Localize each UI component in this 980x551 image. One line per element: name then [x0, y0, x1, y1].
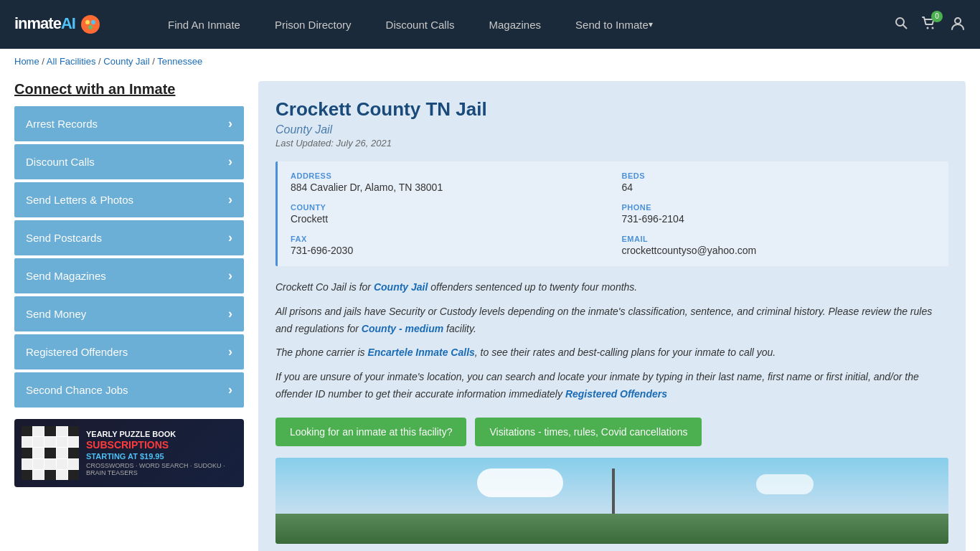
sidebar-item-send-letters[interactable]: Send Letters & Photos ›	[14, 182, 244, 217]
beds-value: 64	[622, 182, 939, 193]
county-label: COUNTY	[291, 203, 608, 212]
info-fax: FAX 731-696-2030	[291, 235, 608, 256]
svg-point-7	[932, 27, 934, 29]
info-section: ADDRESS 884 Cavalier Dr, Alamo, TN 38001…	[275, 161, 948, 266]
facility-title: Crockett County TN Jail	[275, 98, 948, 121]
visitations-button[interactable]: Visitations - times, rules, Covid cancel…	[475, 418, 702, 446]
email-value: crockettcountyso@yahoo.com	[622, 245, 939, 256]
ad-line1: YEARLY PUZZLE BOOK	[86, 430, 237, 438]
desc-2: All prisons and jails have Security or C…	[275, 303, 948, 338]
logo[interactable]: inmateAI	[14, 14, 129, 34]
breadcrumb-state[interactable]: Tennessee	[157, 56, 202, 67]
sidebar-item-send-postcards[interactable]: Send Postcards ›	[14, 220, 244, 255]
breadcrumb-county-jail[interactable]: County Jail	[103, 56, 149, 67]
sidebar-item-discount-calls[interactable]: Discount Calls ›	[14, 144, 244, 179]
nav-prison-directory[interactable]: Prison Directory	[258, 0, 369, 49]
ad-line3: STARTING AT $19.95	[86, 452, 237, 461]
sidebar-arrow-6: ›	[228, 344, 232, 359]
sidebar-arrow-0: ›	[228, 116, 232, 131]
nav-magazines[interactable]: Magazines	[471, 0, 558, 49]
svg-point-1	[85, 20, 90, 24]
info-phone: PHONE 731-696-2104	[622, 203, 939, 225]
fax-label: FAX	[291, 235, 608, 243]
county-value: Crockett	[291, 213, 608, 225]
breadcrumb-home[interactable]: Home	[14, 56, 39, 67]
facility-photo	[275, 458, 948, 544]
sidebar-item-arrest-records[interactable]: Arrest Records ›	[14, 106, 244, 141]
nav-discount-calls[interactable]: Discount Calls	[369, 0, 472, 49]
sidebar-arrow-3: ›	[228, 230, 232, 245]
nav-find-inmate[interactable]: Find An Inmate	[151, 0, 258, 49]
search-icon[interactable]	[894, 16, 908, 34]
photo-ground	[275, 514, 948, 544]
sidebar-ad[interactable]: YEARLY PUZZLE BOOK SUBSCRIPTIONS STARTIN…	[14, 419, 244, 487]
svg-point-0	[81, 15, 100, 34]
facility-updated: Last Updated: July 26, 2021	[275, 138, 948, 149]
link-registered-offenders[interactable]: Registered Offenders	[565, 388, 667, 400]
facility-subtitle: County Jail	[275, 123, 948, 136]
desc-3: The phone carrier is Encartele Inmate Ca…	[275, 344, 948, 362]
breadcrumb: Home / All Facilities / County Jail / Te…	[0, 49, 980, 74]
cart-badge: 0	[931, 11, 943, 22]
svg-point-3	[88, 25, 93, 29]
header-icons: 0	[894, 15, 966, 34]
cloud-2	[756, 474, 814, 494]
main-container: Connect with an Inmate Arrest Records › …	[0, 74, 980, 551]
sidebar-arrow-4: ›	[228, 268, 232, 283]
email-label: EMAIL	[622, 235, 939, 243]
cart-icon[interactable]: 0	[921, 15, 937, 34]
fax-value: 731-696-2030	[291, 245, 608, 256]
looking-for-inmate-button[interactable]: Looking for an inmate at this facility?	[275, 418, 466, 446]
desc-1: Crockett Co Jail is for County Jail offe…	[275, 279, 948, 296]
sidebar-arrow-7: ›	[228, 382, 232, 397]
user-icon[interactable]	[950, 15, 966, 34]
address-label: ADDRESS	[291, 171, 608, 180]
info-email: EMAIL crockettcountyso@yahoo.com	[622, 235, 939, 256]
svg-point-2	[91, 20, 95, 24]
info-address: ADDRESS 884 Cavalier Dr, Alamo, TN 38001	[291, 171, 608, 193]
sidebar-item-registered-offenders[interactable]: Registered Offenders ›	[14, 334, 244, 369]
logo-inmate-text: inmate	[14, 14, 61, 32]
action-buttons: Looking for an inmate at this facility? …	[275, 418, 948, 446]
sidebar-arrow-5: ›	[228, 306, 232, 321]
svg-point-4	[896, 18, 904, 26]
link-encartele[interactable]: Encartele Inmate Calls	[367, 347, 474, 358]
breadcrumb-all-facilities[interactable]: All Facilities	[47, 56, 96, 67]
phone-label: PHONE	[622, 203, 939, 212]
cloud-1	[477, 468, 563, 497]
sidebar-item-send-magazines[interactable]: Send Magazines ›	[14, 258, 244, 293]
ad-line2: SUBSCRIPTIONS	[86, 440, 237, 451]
sidebar-menu: Arrest Records › Discount Calls › Send L…	[14, 106, 244, 408]
ad-text: YEARLY PUZZLE BOOK SUBSCRIPTIONS STARTIN…	[86, 430, 237, 476]
photo-sky	[275, 458, 948, 514]
info-grid: ADDRESS 884 Cavalier Dr, Alamo, TN 38001…	[291, 171, 938, 256]
sidebar-arrow-2: ›	[228, 192, 232, 207]
sidebar-item-second-chance-jobs[interactable]: Second Chance Jobs ›	[14, 372, 244, 408]
beds-label: BEDS	[622, 171, 939, 180]
nav-send-to-inmate[interactable]: Send to Inmate	[558, 0, 670, 49]
phone-value: 731-696-2104	[622, 213, 939, 225]
desc-4: If you are unsure of your inmate's locat…	[275, 369, 948, 403]
facility-content: Crockett County TN Jail County Jail Last…	[258, 81, 966, 551]
ad-line4: CROSSWORDS · WORD SEARCH · SUDOKU · BRAI…	[86, 462, 237, 476]
info-county: COUNTY Crockett	[291, 203, 608, 225]
svg-point-8	[955, 18, 961, 24]
info-beds: BEDS 64	[622, 171, 939, 193]
address-value: 884 Cavalier Dr, Alamo, TN 38001	[291, 182, 608, 193]
svg-point-6	[927, 27, 929, 29]
sidebar-arrow-1: ›	[228, 154, 232, 169]
link-county-medium[interactable]: County - medium	[362, 323, 443, 334]
main-nav: Find An Inmate Prison Directory Discount…	[151, 0, 872, 49]
site-header: inmateAI Find An Inmate Prison Directory…	[0, 0, 980, 49]
ad-puzzle-image	[22, 426, 79, 480]
sidebar: Connect with an Inmate Arrest Records › …	[14, 81, 244, 551]
logo-icon	[80, 14, 100, 34]
svg-line-5	[903, 24, 908, 29]
link-county-jail[interactable]: County Jail	[374, 281, 428, 293]
sidebar-title: Connect with an Inmate	[14, 81, 244, 98]
sidebar-item-send-money[interactable]: Send Money ›	[14, 296, 244, 331]
logo-ai-text: AI	[61, 14, 75, 32]
